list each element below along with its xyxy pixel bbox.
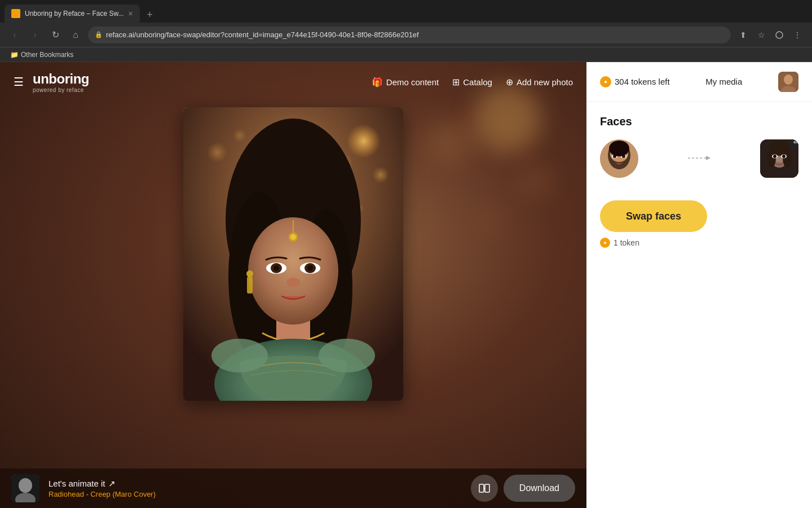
catalog-icon: ⊞ <box>452 77 460 87</box>
svg-marker-50 <box>706 156 710 160</box>
animate-subtitle: Radiohead - Creep (Maro Cover) <box>48 490 462 498</box>
download-label: Download <box>519 483 559 493</box>
demo-content-label: Demo content <box>386 77 439 87</box>
svg-point-27 <box>211 339 268 373</box>
menu-button[interactable]: ⋮ <box>789 27 805 43</box>
browser-tabs: Unboring by Reface – Face Sw... × + <box>0 0 812 23</box>
home-button[interactable]: ⌂ <box>68 27 83 43</box>
tokens-badge: ● 304 tokens left <box>600 76 670 87</box>
browser-chrome: Unboring by Reface – Face Sw... × + ‹ › … <box>0 0 812 62</box>
faces-row: ✏ <box>600 139 798 178</box>
menu-toggle-button[interactable]: ☰ <box>14 75 24 89</box>
nav-actions: ⬆ ☆ ⋮ <box>735 27 805 43</box>
gift-icon: 🎁 <box>372 77 383 87</box>
external-link-icon: ↗ <box>108 479 116 489</box>
right-panel: ● 304 tokens left My media Faces <box>586 62 812 508</box>
svg-point-48 <box>609 141 629 156</box>
animate-text: Let's animate it ↗ Radiohead - Creep (Ma… <box>48 479 462 498</box>
swap-faces-label: Swap faces <box>626 211 681 222</box>
address-bar[interactable]: 🔒 reface.ai/unboring/face-swap/editor?co… <box>88 27 731 43</box>
folder-icon: 📁 <box>10 51 19 59</box>
animate-title: Let's animate it ↗ <box>48 479 462 489</box>
refresh-button[interactable]: ↻ <box>47 27 63 43</box>
compare-button[interactable] <box>471 475 498 502</box>
svg-point-55 <box>767 150 776 168</box>
animate-avatar <box>11 474 39 502</box>
header-nav: 🎁 Demo content ⊞ Catalog ⊕ Add new photo <box>372 77 573 87</box>
bookmark-button[interactable]: ☆ <box>753 27 769 43</box>
portrait-svg <box>183 107 403 401</box>
swap-faces-button[interactable]: Swap faces <box>600 200 707 232</box>
logo-sub: powered by reface <box>33 87 89 93</box>
logo: unboring powered by reface <box>33 71 89 93</box>
svg-point-15 <box>290 234 296 240</box>
share-button[interactable]: ⬆ <box>735 27 751 43</box>
swap-section: Swap faces ● 1 token <box>600 200 798 248</box>
add-photo-label: Add new photo <box>517 77 573 87</box>
lock-icon: 🔒 <box>95 31 103 38</box>
svg-point-4 <box>372 167 389 183</box>
back-button[interactable]: ‹ <box>7 27 23 43</box>
svg-point-18 <box>273 265 279 271</box>
svg-point-56 <box>783 150 792 168</box>
bottom-actions: Download <box>471 475 575 502</box>
other-bookmarks[interactable]: 📁 Other Bookmarks <box>7 50 77 60</box>
tab-close-button[interactable]: × <box>128 9 133 18</box>
avatar-image <box>778 72 798 92</box>
svg-point-22 <box>286 278 300 287</box>
arrow-icon <box>647 152 751 165</box>
main-image <box>183 107 403 401</box>
download-button[interactable]: Download <box>504 475 575 502</box>
demo-content-link[interactable]: 🎁 Demo content <box>372 77 439 87</box>
svg-rect-32 <box>479 484 484 492</box>
address-text: reface.ai/unboring/face-swap/editor?cont… <box>106 30 724 39</box>
extensions-button[interactable] <box>771 27 787 43</box>
bookmarks-bar: 📁 Other Bookmarks <box>0 47 812 62</box>
catalog-label: Catalog <box>463 77 492 87</box>
new-tab-button[interactable]: + <box>142 7 158 23</box>
my-media-button[interactable]: My media <box>705 77 742 86</box>
pencil-icon: ✏ <box>793 139 798 146</box>
svg-point-23 <box>246 270 253 277</box>
left-panel: ☰ unboring powered by reface 🎁 Demo cont… <box>0 62 586 508</box>
svg-point-36 <box>784 75 793 85</box>
tab-title: Unboring by Reface – Face Sw... <box>25 10 123 17</box>
svg-point-28 <box>319 339 375 373</box>
svg-rect-33 <box>485 484 489 492</box>
faces-section: Faces <box>600 115 798 178</box>
app-header: ☰ unboring powered by reface 🎁 Demo cont… <box>0 62 586 102</box>
main-image-container <box>183 107 403 401</box>
bottom-bar: Let's animate it ↗ Radiohead - Creep (Ma… <box>0 468 586 508</box>
right-header: ● 304 tokens left My media <box>586 62 812 102</box>
svg-point-0 <box>776 32 783 38</box>
svg-rect-24 <box>247 277 253 294</box>
token-cost: ● 1 token <box>600 238 798 248</box>
browser-nav: ‹ › ↻ ⌂ 🔒 reface.ai/unboring/face-swap/e… <box>0 23 812 47</box>
svg-point-60 <box>782 155 785 158</box>
svg-point-2 <box>347 124 381 158</box>
avatar-image <box>11 474 39 502</box>
add-photo-link[interactable]: ⊕ Add new photo <box>506 77 573 87</box>
forward-button[interactable]: › <box>27 27 43 43</box>
svg-point-58 <box>773 155 776 158</box>
token-coin-icon: ● <box>600 76 611 87</box>
faces-title: Faces <box>600 115 798 128</box>
tab-favicon <box>11 9 20 18</box>
add-icon: ⊕ <box>506 77 513 87</box>
logo-text: unboring <box>33 71 89 87</box>
tokens-text: 304 tokens left <box>615 77 670 86</box>
app-container: ☰ unboring powered by reface 🎁 Demo cont… <box>0 62 812 508</box>
svg-point-30 <box>19 478 32 493</box>
source-face-thumb <box>600 139 638 178</box>
svg-point-5 <box>207 142 227 163</box>
catalog-link[interactable]: ⊞ Catalog <box>452 77 492 87</box>
token-cost-label: 1 token <box>614 238 639 247</box>
bookmarks-label: Other Bookmarks <box>21 51 73 59</box>
result-face-thumb: ✏ <box>760 139 798 178</box>
svg-point-21 <box>307 265 313 271</box>
token-cost-icon: ● <box>600 238 610 248</box>
right-content: Faces <box>586 102 812 508</box>
svg-point-6 <box>233 129 246 142</box>
active-tab[interactable]: Unboring by Reface – Face Sw... × <box>5 5 140 23</box>
user-avatar[interactable] <box>778 72 798 92</box>
